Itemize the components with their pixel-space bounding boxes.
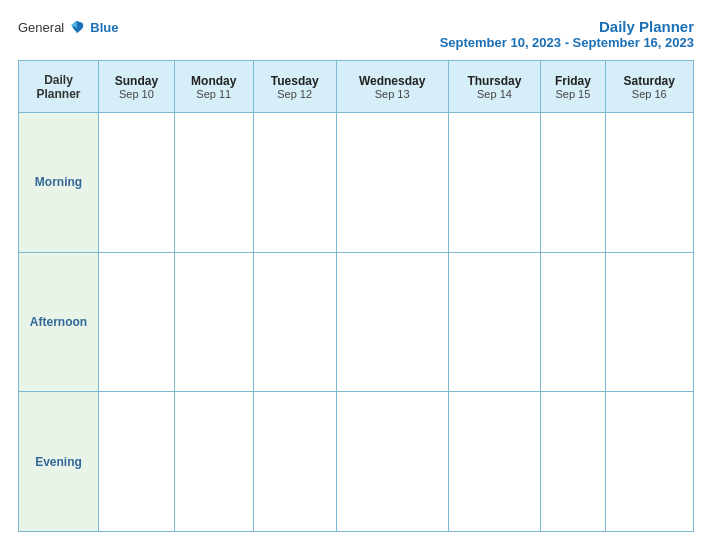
logo-area: General Blue xyxy=(18,18,118,36)
logo-bird-icon xyxy=(68,18,86,36)
header-row: Daily Planner Sunday Sep 10 Monday Sep 1… xyxy=(19,61,694,113)
afternoon-tuesday[interactable] xyxy=(253,252,336,392)
col-header-daily-planner: Daily Planner xyxy=(19,61,99,113)
col-thursday-date: Sep 14 xyxy=(451,88,539,100)
morning-friday[interactable] xyxy=(541,113,605,253)
col-saturday-name: Saturday xyxy=(608,74,691,88)
col-tuesday-name: Tuesday xyxy=(256,74,334,88)
col-sunday-date: Sep 10 xyxy=(101,88,172,100)
afternoon-monday[interactable] xyxy=(174,252,253,392)
planner-title: Daily Planner xyxy=(440,18,694,35)
col-wednesday-date: Sep 13 xyxy=(339,88,446,100)
morning-saturday[interactable] xyxy=(605,113,693,253)
evening-sunday[interactable] xyxy=(99,392,175,532)
col-header-monday: Monday Sep 11 xyxy=(174,61,253,113)
afternoon-sunday[interactable] xyxy=(99,252,175,392)
col-tuesday-date: Sep 12 xyxy=(256,88,334,100)
evening-label: Evening xyxy=(19,392,99,532)
evening-tuesday[interactable] xyxy=(253,392,336,532)
header: General Blue Daily Planner September 10,… xyxy=(18,18,694,50)
col-friday-date: Sep 15 xyxy=(543,88,602,100)
col-header-saturday: Saturday Sep 16 xyxy=(605,61,693,113)
morning-sunday[interactable] xyxy=(99,113,175,253)
col-thursday-name: Thursday xyxy=(451,74,539,88)
afternoon-wednesday[interactable] xyxy=(336,252,448,392)
col-wednesday-name: Wednesday xyxy=(339,74,446,88)
title-area: Daily Planner September 10, 2023 - Septe… xyxy=(440,18,694,50)
morning-thursday[interactable] xyxy=(448,113,541,253)
col-label-line1: Daily xyxy=(44,73,73,87)
col-header-sunday: Sunday Sep 10 xyxy=(99,61,175,113)
page: General Blue Daily Planner September 10,… xyxy=(0,0,712,550)
evening-wednesday[interactable] xyxy=(336,392,448,532)
col-header-thursday: Thursday Sep 14 xyxy=(448,61,541,113)
col-monday-date: Sep 11 xyxy=(177,88,251,100)
evening-monday[interactable] xyxy=(174,392,253,532)
col-label-line2: Planner xyxy=(36,87,80,101)
col-sunday-name: Sunday xyxy=(101,74,172,88)
logo-blue-text: Blue xyxy=(90,20,118,35)
morning-monday[interactable] xyxy=(174,113,253,253)
row-morning: Morning xyxy=(19,113,694,253)
col-header-wednesday: Wednesday Sep 13 xyxy=(336,61,448,113)
afternoon-label: Afternoon xyxy=(19,252,99,392)
col-header-tuesday: Tuesday Sep 12 xyxy=(253,61,336,113)
morning-tuesday[interactable] xyxy=(253,113,336,253)
evening-thursday[interactable] xyxy=(448,392,541,532)
logo-text: General Blue xyxy=(18,18,118,36)
evening-saturday[interactable] xyxy=(605,392,693,532)
col-header-friday: Friday Sep 15 xyxy=(541,61,605,113)
afternoon-saturday[interactable] xyxy=(605,252,693,392)
afternoon-thursday[interactable] xyxy=(448,252,541,392)
col-monday-name: Monday xyxy=(177,74,251,88)
calendar-table: Daily Planner Sunday Sep 10 Monday Sep 1… xyxy=(18,60,694,532)
col-friday-name: Friday xyxy=(543,74,602,88)
col-saturday-date: Sep 16 xyxy=(608,88,691,100)
evening-friday[interactable] xyxy=(541,392,605,532)
logo-general-text: General xyxy=(18,20,64,35)
afternoon-friday[interactable] xyxy=(541,252,605,392)
morning-label: Morning xyxy=(19,113,99,253)
row-afternoon: Afternoon xyxy=(19,252,694,392)
planner-subtitle: September 10, 2023 - September 16, 2023 xyxy=(440,35,694,50)
row-evening: Evening xyxy=(19,392,694,532)
morning-wednesday[interactable] xyxy=(336,113,448,253)
